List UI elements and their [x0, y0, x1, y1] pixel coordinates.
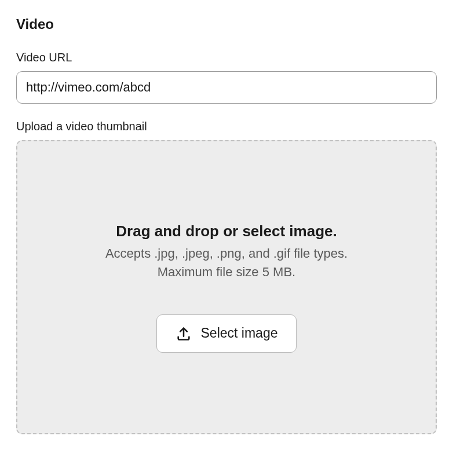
thumbnail-label: Upload a video thumbnail — [16, 120, 437, 133]
dropzone-accepts: Accepts .jpg, .jpeg, .png, and .gif file… — [105, 246, 348, 261]
select-image-button[interactable]: Select image — [156, 314, 297, 353]
thumbnail-dropzone[interactable]: Drag and drop or select image. Accepts .… — [16, 140, 437, 434]
dropzone-title: Drag and drop or select image. — [116, 222, 337, 240]
section-title: Video — [16, 16, 437, 32]
select-image-button-label: Select image — [201, 325, 278, 341]
video-url-input[interactable] — [16, 71, 437, 104]
dropzone-maxsize: Maximum file size 5 MB. — [158, 265, 295, 280]
upload-icon — [176, 325, 192, 342]
video-url-label: Video URL — [16, 51, 437, 64]
